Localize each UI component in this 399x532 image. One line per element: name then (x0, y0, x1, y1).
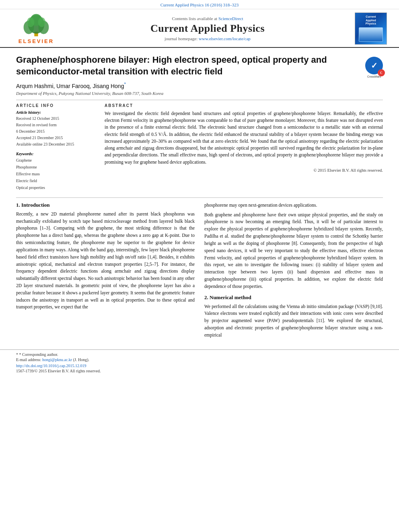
header-left: ELSEVIER (8, 13, 64, 44)
svg-point-6 (38, 17, 45, 27)
right-para-0: phosphorene may open next-generation dev… (204, 202, 383, 209)
keyword-4: Optical properties (16, 184, 97, 191)
keyword-1: Phosphorene (16, 164, 97, 170)
copyright: © 2015 Elsevier B.V. All rights reserved… (105, 168, 383, 173)
footer: * * Corresponding author. E-mail address… (0, 349, 399, 375)
keywords-label: Keywords: (16, 152, 97, 156)
right-para-1: Both graphene and phosphorene have their… (204, 212, 383, 290)
main-content: ✓ C CrossMark Graphene/phosphorene bilay… (0, 48, 399, 197)
section-1-title: 1. Introduction (16, 202, 195, 208)
section-2-text: We performed all the calculations using … (204, 303, 383, 339)
body-left-col: 1. Introduction Recently, a new 2D mater… (16, 202, 195, 341)
crossmark-container: ✓ C CrossMark (365, 57, 383, 78)
section-2-container: 2. Numerical method We performed all the… (204, 294, 383, 339)
journal-title: Current Applied Physics (64, 23, 351, 35)
crossmark-red-dot: C (378, 69, 385, 76)
svg-point-5 (27, 17, 34, 27)
contents-available-text: Contents lists available at (172, 16, 217, 21)
right-col-text: phosphorene may open next-generation dev… (204, 202, 383, 290)
section-1-text: Recently, a new 2D material phosphorene … (16, 211, 195, 311)
issn-line: 1567-1739/© 2015 Elsevier B.V. All right… (16, 369, 383, 373)
crossmark-badge: ✓ C (365, 57, 383, 74)
header-center: Contents lists available at ScienceDirec… (64, 16, 351, 41)
homepage-link[interactable]: www.elsevier.com/locate/cap (199, 36, 251, 41)
history-item-4: Available online 23 December 2015 (16, 141, 97, 148)
crossmark-icon: ✓ (371, 61, 378, 70)
history-item-0: Received 12 October 2015 (16, 115, 97, 122)
abstract-header: ABSTRACT (105, 103, 383, 108)
journal-cover-title: CurrentAppliedPhysics (366, 15, 376, 25)
journal-reference: Current Applied Physics 16 (2016) 318–32… (160, 2, 239, 7)
abstract-text: We investigated the electric field depen… (105, 110, 383, 166)
page: Current Applied Physics 16 (2016) 318–32… (0, 0, 399, 532)
doi-line: http://dx.doi.org/10.1016/j.cap.2015.12.… (16, 364, 383, 368)
history-label: Article history: (16, 110, 97, 115)
journal-cover-image: CurrentAppliedPhysics (355, 12, 387, 45)
history-item-1: Received in revised form (16, 122, 97, 128)
section-1-number: 1. (16, 202, 20, 208)
keyword-0: Graphene (16, 157, 97, 164)
corresponding-star: * (16, 352, 19, 357)
keyword-2: Effective mass (16, 170, 97, 177)
doi-link[interactable]: http://dx.doi.org/10.1016/j.cap.2015.12.… (16, 364, 86, 368)
article-history: Received 12 October 2015 Received in rev… (16, 115, 97, 148)
article-info-col: ARTICLE INFO Article history: Received 1… (16, 103, 97, 191)
email-link[interactable]: hongi@pknu.ac.kr (42, 357, 72, 362)
abstract-col: ABSTRACT We investigated the electric fi… (105, 103, 383, 191)
divider-1 (16, 100, 383, 100)
body-right-col: phosphorene may open next-generation dev… (204, 202, 383, 341)
section-2-label: Numerical method (210, 294, 251, 300)
email-label: E-mail address: (16, 357, 41, 362)
affiliation: Department of Physics, Pukyong National … (16, 91, 383, 96)
elsevier-logo: ELSEVIER (19, 13, 54, 44)
abstract-paragraph: We investigated the electric field depen… (105, 110, 383, 166)
authors: Arqum Hashmi, Umar Farooq, Jisang Hong* (16, 81, 383, 89)
info-abstract-section: ARTICLE INFO Article history: Received 1… (16, 103, 383, 191)
article-title: Graphene/phosphorene bilayer: High elect… (16, 54, 383, 77)
intro-paragraph-0: Recently, a new 2D material phosphorene … (16, 211, 195, 311)
section-2-title: 2. Numerical method (204, 294, 383, 301)
elsevier-wordmark: ELSEVIER (19, 38, 54, 44)
section-1-label: Introduction (21, 202, 50, 208)
header-right: CurrentAppliedPhysics (351, 12, 391, 45)
corresponding-author-note: * * Corresponding author. (16, 352, 383, 357)
email-suffix: (J. Hong). (73, 357, 89, 362)
history-item-2: 6 December 2015 (16, 128, 97, 135)
body-content: 1. Introduction Recently, a new 2D mater… (0, 202, 399, 349)
homepage-label: journal homepage: (165, 36, 197, 41)
title-section: ✓ C CrossMark Graphene/phosphorene bilay… (16, 54, 383, 77)
history-item-3: Accepted 21 December 2015 (16, 135, 97, 141)
journal-homepage: journal homepage: www.elsevier.com/locat… (64, 36, 351, 41)
elsevier-tree-icon (20, 13, 52, 37)
corresponding-mark: * (124, 81, 126, 86)
keyword-3: Electric field (16, 177, 97, 184)
body-two-col: 1. Introduction Recently, a new 2D mater… (16, 202, 383, 341)
numerical-method-para: We performed all the calculations using … (204, 303, 383, 339)
article-info-header: ARTICLE INFO (16, 103, 97, 108)
sciencedirect-link[interactable]: ScienceDirect (218, 16, 243, 21)
journal-ref-bar: Current Applied Physics 16 (2016) 318–32… (0, 0, 399, 9)
journal-header: ELSEVIER Contents lists available at Sci… (0, 9, 399, 48)
section-2-number: 2. (204, 294, 208, 300)
divider-2 (16, 197, 383, 198)
authors-text: Arqum Hashmi, Umar Farooq, Jisang Hong (16, 83, 124, 89)
corresponding-label: * Corresponding author. (19, 352, 58, 357)
sciencedirect-line: Contents lists available at ScienceDirec… (64, 16, 351, 21)
keywords-list: Graphene Phosphorene Effective mass Elec… (16, 157, 97, 191)
email-note: E-mail address: hongi@pknu.ac.kr (J. Hon… (16, 357, 383, 362)
